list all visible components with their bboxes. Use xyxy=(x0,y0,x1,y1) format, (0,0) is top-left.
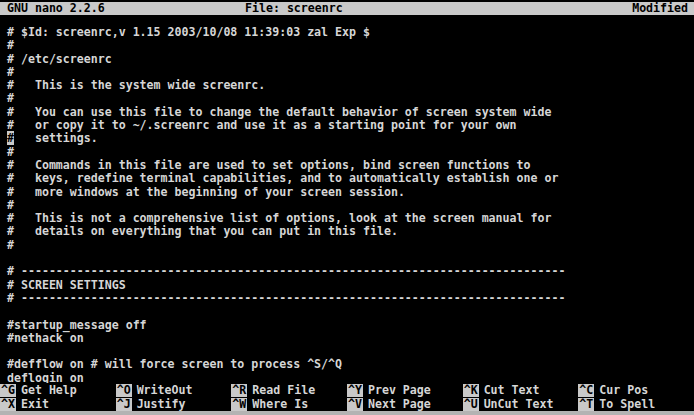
shortcut-label: To Spell xyxy=(599,398,655,411)
shortcut-key: ^U xyxy=(463,398,479,411)
window-bottom-edge xyxy=(0,411,694,415)
shortcut-label: Next Page xyxy=(368,398,431,411)
nano-titlebar: GNU nano 2.2.6 File: screenrc Modified xyxy=(0,2,694,15)
editor-line: #nethack on xyxy=(0,332,694,345)
editor-line: # xyxy=(0,239,694,252)
shortcut-label: Get Help xyxy=(21,384,77,397)
shortcut-row: ^GGet Help^OWriteOut^RRead File^YPrev Pa… xyxy=(0,384,694,398)
editor-line: # xyxy=(0,92,694,105)
editor-line: # Commands in this file are used to set … xyxy=(0,159,694,172)
editor-line: #startup_message off xyxy=(0,319,694,332)
shortcut-uncut-text: ^UUnCut Text xyxy=(463,398,579,412)
modified-status-badge: Modified xyxy=(632,2,688,14)
shortcut-key: ^K xyxy=(463,384,479,397)
shortcut-help-bar: ^GGet Help^OWriteOut^RRead File^YPrev Pa… xyxy=(0,384,694,411)
shortcut-key: ^W xyxy=(231,398,247,411)
editor-line: # or copy it to ~/.screenrc and use it a… xyxy=(0,119,694,132)
editor-line: # xyxy=(0,146,694,159)
shortcut-key: ^C xyxy=(578,384,594,397)
shortcut-label: WriteOut xyxy=(137,384,193,397)
shortcut-key: ^Y xyxy=(347,384,363,397)
editor-line: # more windows at the beginning of your … xyxy=(0,186,694,199)
shortcut-key: ^X xyxy=(0,398,16,411)
shortcut-label: Where Is xyxy=(252,398,308,411)
shortcut-exit: ^XExit xyxy=(0,398,116,412)
editor-line: # --------------------------------------… xyxy=(0,292,694,305)
editor-text-area[interactable]: # $Id: screenrc,v 1.15 2003/10/08 11:39:… xyxy=(0,26,694,383)
shortcut-label: Cut Text xyxy=(484,384,540,397)
shortcut-label: Read File xyxy=(252,384,315,397)
editor-line: # keys, redefine terminal capabilities, … xyxy=(0,172,694,185)
shortcut-label: Cur Pos xyxy=(599,384,648,397)
editor-line: # --------------------------------------… xyxy=(0,265,694,278)
shortcut-justify: ^JJustify xyxy=(116,398,232,412)
editor-line xyxy=(0,345,694,358)
shortcut-key: ^O xyxy=(116,384,132,397)
editor-line: # details on everything that you can put… xyxy=(0,225,694,238)
shortcut-writeout: ^OWriteOut xyxy=(116,384,232,398)
editor-line: # xyxy=(0,66,694,79)
shortcut-key: ^T xyxy=(578,398,594,411)
shortcut-key: ^G xyxy=(0,384,16,397)
editor-line: # settings. xyxy=(0,132,694,145)
shortcut-cur-pos: ^CCur Pos xyxy=(578,384,694,398)
editor-line: # /etc/screenrc xyxy=(0,53,694,66)
shortcut-label: Justify xyxy=(137,398,186,411)
editor-line xyxy=(0,305,694,318)
shortcut-key: ^J xyxy=(116,398,132,411)
editor-line: # $Id: screenrc,v 1.15 2003/10/08 11:39:… xyxy=(0,26,694,39)
editor-line: # SCREEN SETTINGS xyxy=(0,279,694,292)
shortcut-label: Prev Page xyxy=(368,384,431,397)
open-filename-label: File: screenrc xyxy=(245,2,343,14)
shortcut-key: ^V xyxy=(347,398,363,411)
editor-line: # This is not a comprehensive list of op… xyxy=(0,212,694,225)
shortcut-where-is: ^WWhere Is xyxy=(231,398,347,412)
shortcut-cut-text: ^KCut Text xyxy=(463,384,579,398)
shortcut-label: UnCut Text xyxy=(484,398,554,411)
nano-terminal-window[interactable]: GNU nano 2.2.6 File: screenrc Modified #… xyxy=(0,0,694,415)
editor-line: # You can use this file to change the de… xyxy=(0,106,694,119)
shortcut-key: ^R xyxy=(231,384,247,397)
editor-line: #defflow on # will force screen to proce… xyxy=(0,358,694,371)
cursor: # xyxy=(7,131,14,145)
editor-line: # This is the system wide screenrc. xyxy=(0,79,694,92)
app-version-label: GNU nano 2.2.6 xyxy=(7,2,105,14)
shortcut-next-page: ^VNext Page xyxy=(347,398,463,412)
shortcut-read-file: ^RRead File xyxy=(231,384,347,398)
editor-line xyxy=(0,252,694,265)
shortcut-row: ^XExit^JJustify^WWhere Is^VNext Page^UUn… xyxy=(0,398,694,412)
editor-line: # xyxy=(0,199,694,212)
shortcut-prev-page: ^YPrev Page xyxy=(347,384,463,398)
shortcut-to-spell: ^TTo Spell xyxy=(578,398,694,412)
editor-line: deflogin on xyxy=(0,372,694,383)
shortcut-get-help: ^GGet Help xyxy=(0,384,116,398)
editor-line: # xyxy=(0,39,694,52)
shortcut-label: Exit xyxy=(21,398,49,411)
